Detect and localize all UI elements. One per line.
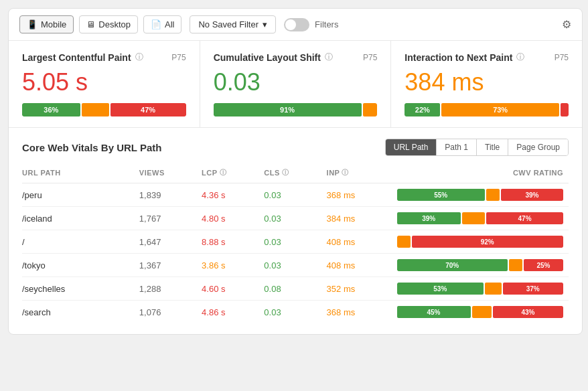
tab-group: URL Path Path 1 Title Page Group xyxy=(385,139,569,156)
cell-url[interactable]: /seychelles xyxy=(22,277,139,301)
gear-icon: ⚙ xyxy=(562,19,571,30)
col-inp: INP ⓘ xyxy=(327,165,397,183)
inp-info-icon[interactable]: ⓘ xyxy=(516,52,524,63)
cwv-bar: 55%39% xyxy=(397,189,564,201)
tab-path1[interactable]: Path 1 xyxy=(437,139,477,155)
lcp-title: Largest Contentful Paint xyxy=(22,52,131,63)
cell-lcp: 4.80 s xyxy=(202,207,264,230)
inp-bar-red xyxy=(561,103,569,116)
filters-toggle[interactable] xyxy=(284,18,309,31)
toolbar: 📱 Mobile 🖥 Desktop 📄 All No Saved Filter… xyxy=(9,9,582,41)
cell-url[interactable]: /tokyo xyxy=(22,254,139,277)
filters-label: Filters xyxy=(315,19,338,29)
lcp-col-info-icon[interactable]: ⓘ xyxy=(220,168,227,177)
lcp-bar-orange xyxy=(82,103,109,116)
mobile-button[interactable]: 📱 Mobile xyxy=(19,15,74,33)
lcp-p75: P75 xyxy=(171,53,186,62)
cell-cwv: 55%39% xyxy=(397,183,569,207)
cwv-bar: 92% xyxy=(397,236,564,248)
tab-url-path[interactable]: URL Path xyxy=(386,139,437,155)
col-cwv: CWV Rating xyxy=(397,165,569,183)
cell-inp: 368 ms xyxy=(327,183,397,207)
cell-views: 1,839 xyxy=(139,183,202,207)
col-views: Views xyxy=(139,165,202,183)
inp-title: Interaction to Next Paint xyxy=(405,52,512,63)
lcp-card: Largest Contentful Paint ⓘ P75 5.05 s 36… xyxy=(9,41,200,127)
desktop-button[interactable]: 🖥 Desktop xyxy=(79,15,138,33)
cell-inp: 352 ms xyxy=(327,277,397,301)
cwv-bar: 53%37% xyxy=(397,283,564,295)
filter-label: No Saved Filter xyxy=(198,19,259,29)
cell-inp: 408 ms xyxy=(327,254,397,277)
mobile-icon: 📱 xyxy=(27,19,38,29)
inp-card: Interaction to Next Paint ⓘ P75 384 ms 2… xyxy=(391,41,582,127)
data-table: URL Path Views LCP ⓘ CLS ⓘ xyxy=(22,165,569,323)
table-row: /peru1,8394.36 s0.03368 ms55%39% xyxy=(22,183,569,207)
col-url-path: URL Path xyxy=(22,165,139,183)
cell-cls: 0.03 xyxy=(264,183,326,207)
inp-progress-bar: 22% 73% xyxy=(405,103,569,116)
cell-cls: 0.03 xyxy=(264,301,326,324)
mobile-label: Mobile xyxy=(41,19,66,29)
settings-button[interactable]: ⚙ xyxy=(562,18,571,31)
cls-value: 0.03 xyxy=(214,68,378,96)
desktop-icon: 🖥 xyxy=(86,19,95,29)
inp-col-info-icon[interactable]: ⓘ xyxy=(342,168,349,177)
all-icon: 📄 xyxy=(151,19,161,29)
lcp-value: 5.05 s xyxy=(22,68,186,96)
table-header-row: Core Web Vitals By URL Path URL Path Pat… xyxy=(22,139,569,156)
cell-lcp: 4.60 s xyxy=(202,277,264,301)
saved-filter-button[interactable]: No Saved Filter ▾ xyxy=(190,15,276,33)
cell-url[interactable]: /peru xyxy=(22,183,139,207)
cwv-bar: 70%25% xyxy=(397,259,564,271)
cls-title: Cumulative Layout Shift xyxy=(214,52,321,63)
all-button[interactable]: 📄 All xyxy=(143,15,181,33)
col-cls: CLS ⓘ xyxy=(264,165,326,183)
cell-views: 1,288 xyxy=(139,277,202,301)
cwv-bar: 39%47% xyxy=(397,212,564,224)
cell-cwv: 70%25% xyxy=(397,254,569,277)
table-row: /search1,0764.86 s0.03368 ms45%43% xyxy=(22,301,569,324)
inp-p75: P75 xyxy=(555,53,569,62)
cls-card-header: Cumulative Layout Shift ⓘ P75 xyxy=(214,52,378,63)
cwv-bar: 45%43% xyxy=(397,306,564,318)
cell-cwv: 45%43% xyxy=(397,301,569,324)
lcp-progress-bar: 36% 47% xyxy=(22,103,186,116)
cell-cwv: 39%47% xyxy=(397,207,569,230)
lcp-bar-green: 36% xyxy=(22,103,80,116)
cell-lcp: 4.86 s xyxy=(202,301,264,324)
cell-cls: 0.03 xyxy=(264,207,326,230)
cell-url[interactable]: /iceland xyxy=(22,207,139,230)
table-section: Core Web Vitals By URL Path URL Path Pat… xyxy=(9,128,582,334)
cell-lcp: 8.88 s xyxy=(202,230,264,254)
cell-views: 1,076 xyxy=(139,301,202,324)
tab-title[interactable]: Title xyxy=(477,139,508,155)
chevron-down-icon: ▾ xyxy=(263,19,267,29)
cell-url[interactable]: / xyxy=(22,230,139,254)
lcp-card-header: Largest Contentful Paint ⓘ P75 xyxy=(22,52,186,63)
cell-views: 1,367 xyxy=(139,254,202,277)
cell-cwv: 53%37% xyxy=(397,277,569,301)
col-lcp: LCP ⓘ xyxy=(202,165,264,183)
cls-bar-green: 91% xyxy=(214,103,362,116)
main-container: 📱 Mobile 🖥 Desktop 📄 All No Saved Filter… xyxy=(8,8,583,335)
cell-url[interactable]: /search xyxy=(22,301,139,324)
inp-card-header: Interaction to Next Paint ⓘ P75 xyxy=(405,52,569,63)
table-row: /seychelles1,2884.60 s0.08352 ms53%37% xyxy=(22,277,569,301)
cls-card: Cumulative Layout Shift ⓘ P75 0.03 91% xyxy=(200,41,392,127)
inp-bar-green: 22% xyxy=(405,103,440,116)
cls-info-icon[interactable]: ⓘ xyxy=(325,52,333,63)
tab-page-group[interactable]: Page Group xyxy=(508,139,568,155)
cell-cls: 0.08 xyxy=(264,277,326,301)
cell-cls: 0.03 xyxy=(264,230,326,254)
cls-bar-orange xyxy=(363,103,378,116)
toggle-knob xyxy=(285,19,296,30)
cls-progress-bar: 91% xyxy=(214,103,378,116)
lcp-info-icon[interactable]: ⓘ xyxy=(135,52,143,63)
table-title: Core Web Vitals By URL Path xyxy=(22,142,161,153)
filters-toggle-container: Filters xyxy=(284,18,338,31)
cell-cls: 0.03 xyxy=(264,254,326,277)
cls-col-info-icon[interactable]: ⓘ xyxy=(282,168,289,177)
cell-inp: 368 ms xyxy=(327,301,397,324)
cell-lcp: 4.36 s xyxy=(202,183,264,207)
